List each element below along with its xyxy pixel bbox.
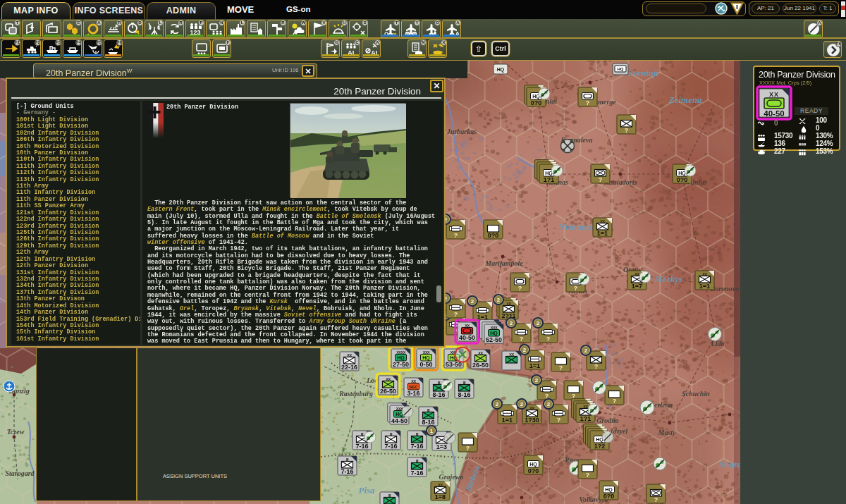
svg-text:XX: XX bbox=[529, 406, 534, 410]
svg-text:52-50: 52-50 bbox=[486, 336, 502, 343]
svg-text:Grodno: Grodno bbox=[596, 417, 619, 424]
svg-text:1=1: 1=1 bbox=[699, 283, 710, 290]
svg-text:44-50: 44-50 bbox=[391, 417, 407, 424]
svg-text:XX: XX bbox=[386, 377, 391, 381]
svg-text:Masty: Masty bbox=[658, 429, 677, 436]
svg-text:?: ? bbox=[466, 445, 470, 452]
svg-text:0?0: 0?0 bbox=[531, 99, 542, 106]
svg-text:Lida: Lida bbox=[711, 340, 725, 348]
svg-text:?: ? bbox=[454, 232, 458, 239]
svg-text:XXX: XXX bbox=[423, 350, 430, 355]
svg-text:Starogard: Starogard bbox=[5, 469, 35, 477]
svg-text:8-16: 8-16 bbox=[458, 391, 470, 398]
svg-text:Merkys: Merkys bbox=[654, 273, 682, 284]
svg-text:7-16: 7-16 bbox=[410, 443, 423, 450]
svg-text:22-16: 22-16 bbox=[341, 364, 357, 371]
svg-text:2: 2 bbox=[471, 298, 474, 305]
svg-text:1=1: 1=1 bbox=[529, 362, 540, 369]
svg-text:Rastenburg: Rastenburg bbox=[338, 390, 373, 398]
svg-text:?: ? bbox=[625, 127, 629, 134]
svg-text:1?1: 1?1 bbox=[544, 176, 555, 183]
svg-text:?: ? bbox=[545, 393, 549, 400]
svg-text:Zeimena: Zeimena bbox=[668, 94, 702, 105]
svg-text:Jurbarkas: Jurbarkas bbox=[446, 128, 477, 135]
svg-text:XX: XX bbox=[583, 405, 588, 409]
svg-text:0?0: 0?0 bbox=[488, 232, 499, 239]
svg-text:?: ? bbox=[454, 311, 458, 318]
svg-text:1?30: 1?30 bbox=[525, 417, 539, 424]
svg-text:?: ? bbox=[546, 336, 551, 343]
svg-text:Nemunas: Nemunas bbox=[558, 221, 594, 232]
svg-text:1=1: 1=1 bbox=[477, 314, 488, 321]
svg-text:XX: XX bbox=[509, 352, 514, 357]
svg-text:2: 2 bbox=[520, 401, 524, 407]
svg-text:?: ? bbox=[520, 336, 524, 343]
svg-text:HQ: HQ bbox=[497, 67, 505, 73]
svg-text:1: 1 bbox=[430, 428, 434, 434]
svg-text:7-16: 7-16 bbox=[410, 469, 423, 477]
svg-text:2: 2 bbox=[523, 347, 527, 353]
svg-text:XXXX: XXXX bbox=[396, 350, 406, 355]
svg-text:1?2: 1?2 bbox=[594, 443, 606, 450]
svg-text:1=3: 1=3 bbox=[436, 443, 447, 450]
svg-text:XX: XX bbox=[506, 302, 511, 306]
svg-text:?: ? bbox=[613, 398, 617, 405]
svg-text:?: ? bbox=[594, 363, 599, 370]
svg-text:3-16: 3-16 bbox=[407, 390, 419, 397]
svg-text:XX: XX bbox=[478, 351, 483, 355]
svg-text:0?0: 0?0 bbox=[677, 176, 688, 183]
svg-text:Pisa: Pisa bbox=[358, 485, 375, 496]
svg-text:1=7: 1=7 bbox=[632, 283, 642, 290]
svg-text:7-16: 7-16 bbox=[355, 443, 368, 450]
svg-text:XX: XX bbox=[465, 324, 470, 328]
svg-text:26-50: 26-50 bbox=[380, 388, 396, 395]
svg-text:8-16: 8-16 bbox=[422, 419, 434, 426]
svg-text:Tczew: Tczew bbox=[7, 428, 25, 436]
svg-text:26-50: 26-50 bbox=[472, 362, 489, 369]
svg-text:HQ: HQ bbox=[618, 67, 624, 71]
svg-text:2: 2 bbox=[510, 320, 513, 326]
svg-text:Marijampole: Marijampole bbox=[484, 259, 523, 267]
svg-text:1=1: 1=1 bbox=[597, 230, 608, 237]
svg-text:1=8: 1=8 bbox=[435, 493, 446, 500]
svg-text:2: 2 bbox=[497, 297, 501, 303]
svg-text:?: ? bbox=[518, 285, 522, 292]
svg-text:Sventoji: Sventoji bbox=[627, 68, 658, 78]
svg-text:8-16: 8-16 bbox=[432, 391, 445, 398]
svg-text:?: ? bbox=[586, 472, 590, 479]
svg-text:?: ? bbox=[557, 417, 561, 424]
svg-text:2: 2 bbox=[547, 401, 551, 407]
svg-text:Shara: Shara bbox=[719, 459, 742, 469]
svg-text:Schuchin: Schuchin bbox=[682, 390, 710, 398]
svg-text:?: ? bbox=[599, 176, 603, 183]
svg-text:2: 2 bbox=[584, 348, 588, 354]
svg-text:XX: XX bbox=[438, 483, 443, 487]
svg-text:1=1: 1=1 bbox=[502, 417, 513, 424]
svg-text:XX: XX bbox=[702, 272, 707, 276]
svg-text:XXX: XXX bbox=[491, 326, 498, 330]
svg-text:?: ? bbox=[572, 393, 576, 400]
svg-text:XX: XX bbox=[347, 353, 352, 357]
svg-text:7-16: 7-16 bbox=[384, 443, 397, 450]
svg-text:7-16: 7-16 bbox=[341, 468, 353, 475]
svg-text:2: 2 bbox=[496, 401, 499, 407]
svg-text:27-50: 27-50 bbox=[393, 361, 409, 368]
svg-text:Grajewo: Grajewo bbox=[439, 473, 464, 481]
svg-text:XX: XX bbox=[769, 91, 779, 98]
svg-text:0?0: 0?0 bbox=[603, 493, 615, 500]
svg-text:0?0: 0?0 bbox=[528, 467, 539, 474]
svg-text:40-50: 40-50 bbox=[764, 109, 784, 118]
svg-text:2: 2 bbox=[537, 320, 540, 326]
svg-text:SEC: SEC bbox=[409, 385, 418, 389]
svg-text:?: ? bbox=[586, 99, 590, 106]
svg-text:XX: XX bbox=[600, 219, 605, 223]
svg-text:?: ? bbox=[574, 285, 578, 292]
svg-text:?: ? bbox=[559, 364, 563, 371]
svg-text:2: 2 bbox=[535, 377, 539, 383]
svg-text:?: ? bbox=[654, 496, 658, 503]
svg-text:XX: XX bbox=[634, 272, 639, 276]
svg-text:40-50: 40-50 bbox=[459, 334, 475, 341]
svg-text:XX: XX bbox=[411, 379, 416, 383]
svg-text:1?1: 1?1 bbox=[580, 415, 591, 422]
svg-text:0-50: 0-50 bbox=[419, 361, 432, 368]
